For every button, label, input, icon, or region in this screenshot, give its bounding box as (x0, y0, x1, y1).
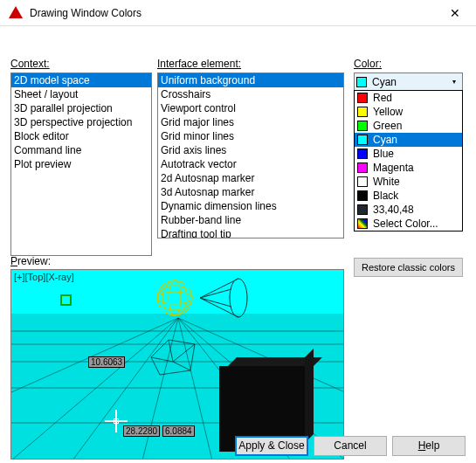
selected-color-name: Cyan (372, 76, 397, 88)
interface-element-item[interactable]: Uniform background (158, 73, 343, 87)
close-icon[interactable]: ✕ (443, 3, 467, 24)
chevron-down-icon[interactable]: ▾ (447, 74, 460, 89)
window-title: Drawing Window Colors (30, 7, 443, 19)
preview-coord-1: 10.6063 (88, 356, 125, 368)
interface-element-item[interactable]: Crosshairs (158, 87, 343, 101)
svg-line-20 (200, 279, 238, 298)
interface-element-panel: Interface element: Uniform backgroundCro… (157, 58, 344, 238)
restore-classic-colors-button[interactable]: Restore classic colors (354, 258, 463, 277)
color-option-label: Magenta (373, 162, 414, 174)
color-option-label: Black (373, 190, 398, 202)
context-item[interactable]: 3D perspective projection (11, 115, 151, 129)
color-option[interactable]: Magenta (355, 161, 462, 175)
color-option-label: Blue (373, 148, 394, 160)
preview-sphere-wireframe (155, 279, 194, 317)
context-item[interactable]: Block editor (11, 129, 151, 143)
color-option-label: Yellow (373, 106, 403, 118)
preview-label: Preview: (10, 255, 51, 267)
svg-line-21 (200, 298, 238, 317)
color-option[interactable]: Blue (355, 147, 462, 161)
color-option[interactable]: White (355, 175, 462, 189)
color-option[interactable]: Cyan (355, 133, 462, 147)
interface-element-label: Interface element: (157, 58, 241, 70)
color-panel: Color: Cyan ▾ RedYellowGreenCyanBlueMage… (354, 58, 463, 91)
color-swatch-icon (357, 121, 368, 131)
context-label: Context: (10, 58, 50, 70)
interface-element-item[interactable]: 3d Autosnap marker (158, 185, 343, 199)
svg-point-19 (230, 279, 247, 317)
selected-color-swatch (356, 77, 367, 87)
color-option-label: White (373, 176, 400, 188)
color-option[interactable]: Select Color... (355, 217, 462, 231)
dialog-button-row: Apply & Close Cancel Help (0, 436, 476, 456)
preview-snap-marker (60, 294, 72, 306)
color-label: Color: (354, 58, 382, 70)
color-swatch-icon (357, 218, 368, 229)
context-listbox[interactable]: 2D model spaceSheet / layout3D parallel … (10, 73, 152, 256)
title-bar: Drawing Window Colors ✕ (0, 0, 476, 26)
color-option[interactable]: Black (355, 189, 462, 203)
interface-element-item[interactable]: Grid minor lines (158, 129, 343, 143)
color-swatch-icon (357, 149, 368, 159)
color-swatch-icon (357, 190, 368, 201)
color-option[interactable]: 33,40,48 (355, 203, 462, 217)
color-combobox[interactable]: Cyan ▾ (354, 73, 463, 91)
interface-element-item[interactable]: Grid major lines (158, 115, 343, 129)
interface-element-item[interactable]: Dynamic dimension lines (158, 199, 343, 213)
help-button[interactable]: Help (392, 436, 466, 456)
interface-element-item[interactable]: Rubber-band line (158, 213, 343, 227)
interface-element-item[interactable]: Drafting tool tip (158, 227, 343, 238)
context-item[interactable]: Sheet / layout (11, 87, 151, 101)
autocad-logo-icon (9, 6, 23, 20)
color-dropdown[interactable]: RedYellowGreenCyanBlueMagentaWhiteBlack3… (354, 90, 463, 232)
interface-element-item[interactable]: Grid axis lines (158, 143, 343, 157)
interface-element-item[interactable]: Autotrack vector (158, 157, 343, 171)
preview-cone-wireframe (198, 277, 251, 319)
color-option-label: Green (373, 120, 402, 132)
color-swatch-icon (357, 176, 368, 187)
color-option-label: Cyan (373, 134, 397, 146)
color-option[interactable]: Red (355, 91, 462, 105)
cancel-button[interactable]: Cancel (314, 436, 387, 456)
color-option-label: 33,40,48 (373, 204, 414, 216)
color-option[interactable]: Yellow (355, 105, 462, 119)
preview-viewport: [+][Top][X-ray] (10, 269, 344, 460)
color-swatch-icon (357, 204, 368, 215)
preview-center-wireframe (142, 331, 212, 384)
interface-element-item[interactable]: Viewport control (158, 101, 343, 115)
context-item[interactable]: Plot preview (11, 157, 151, 171)
apply-close-button[interactable]: Apply & Close (235, 436, 308, 456)
preview-hud: [+][Top][X-ray] (14, 272, 74, 282)
context-item[interactable]: 3D parallel projection (11, 101, 151, 115)
color-swatch-icon (357, 135, 368, 145)
context-item[interactable]: Command line (11, 143, 151, 157)
interface-element-item[interactable]: 2d Autosnap marker (158, 171, 343, 185)
color-option-label: Red (373, 92, 392, 104)
color-swatch-icon (357, 107, 368, 117)
color-swatch-icon (357, 162, 368, 173)
color-option[interactable]: Green (355, 119, 462, 133)
color-swatch-icon (357, 93, 368, 103)
context-panel: Context: 2D model spaceSheet / layout3D … (10, 58, 152, 256)
interface-element-listbox[interactable]: Uniform backgroundCrosshairsViewport con… (157, 73, 344, 238)
color-option-label: Select Color... (373, 218, 438, 230)
context-item[interactable]: 2D model space (11, 73, 151, 87)
